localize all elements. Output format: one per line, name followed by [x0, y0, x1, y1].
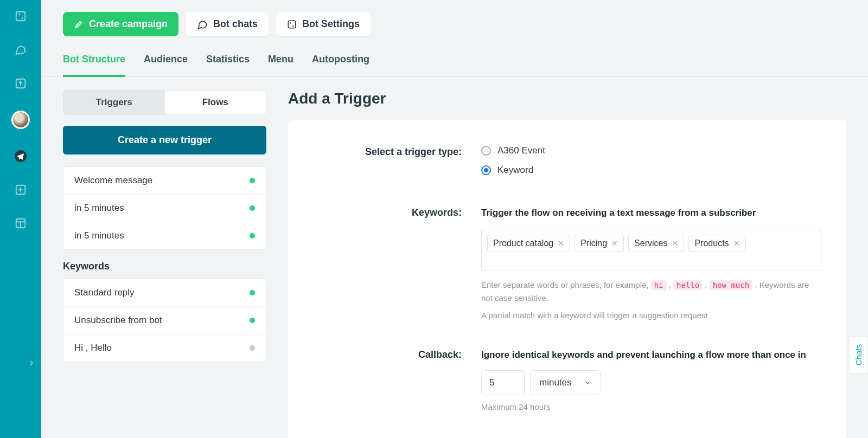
keywords-input[interactable]: Product catalog✕ Pricing✕ Services✕ Prod…	[481, 229, 821, 271]
subtab-triggers[interactable]: Triggers	[63, 91, 165, 114]
keywords-description: Trigger the flow on receiving a text mes…	[481, 206, 821, 220]
chat-bubble-icon	[197, 19, 208, 30]
trigger-item[interactable]: Standard reply	[63, 279, 266, 306]
radio-icon	[481, 146, 491, 156]
main: Create campaign Bot chats Bot Settings B…	[41, 0, 868, 438]
tab-statistics[interactable]: Statistics	[206, 48, 250, 76]
trigger-item[interactable]: in 5 minutes	[63, 194, 266, 222]
select-value: minutes	[539, 377, 572, 388]
keyword-tag: Product catalog✕	[487, 235, 570, 252]
radio-icon	[481, 165, 491, 175]
create-campaign-button[interactable]: Create campaign	[63, 12, 178, 36]
create-trigger-button[interactable]: Create a new trigger	[63, 126, 266, 154]
bot-chats-button[interactable]: Bot chats	[186, 12, 269, 36]
status-dot	[250, 318, 255, 323]
tag-text: Pricing	[580, 239, 607, 248]
remove-tag-icon[interactable]: ✕	[611, 239, 618, 248]
chat-icon[interactable]	[14, 43, 27, 56]
settings-icon	[287, 20, 297, 29]
group-title-keywords: Keywords	[63, 261, 266, 272]
trigger-item[interactable]: in 5 minutes	[63, 222, 266, 249]
status-dot	[250, 205, 255, 211]
keyword-tag: Services✕	[628, 235, 684, 252]
trigger-item-label: Welcome message	[74, 175, 152, 186]
callback-label: Callback:	[313, 348, 481, 360]
callback-value-input[interactable]	[481, 370, 525, 395]
upload-icon[interactable]	[14, 77, 27, 90]
panel-title: Add a Trigger	[288, 90, 846, 107]
left-rail	[0, 0, 41, 438]
layout-icon[interactable]	[14, 217, 27, 230]
tab-audience[interactable]: Audience	[144, 48, 188, 76]
card: Select a trigger type: A360 Event Keywor…	[288, 120, 846, 438]
bot-settings-label: Bot Settings	[302, 18, 360, 30]
sidepanel: Triggers Flows Create a new trigger Welc…	[63, 90, 266, 438]
status-dot	[250, 345, 255, 351]
trigger-item-label: Unsubscribe from bot	[74, 315, 162, 326]
callback-unit-select[interactable]: minutes	[530, 370, 601, 395]
remove-tag-icon[interactable]: ✕	[672, 239, 678, 248]
sliders-icon[interactable]	[14, 10, 27, 23]
trigger-list-1: Welcome message in 5 minutes in 5 minute…	[63, 166, 266, 250]
callback-max-help: Maximum 24 hours	[481, 401, 821, 414]
trigger-item-label: Hi , Hello	[74, 343, 112, 353]
chats-widget-tab[interactable]: Chats	[849, 336, 868, 373]
radio-a360-event[interactable]: A360 Event	[481, 145, 821, 156]
trigger-item[interactable]: Unsubscribe from bot	[63, 306, 266, 334]
chevron-down-icon	[584, 379, 591, 387]
trigger-item[interactable]: Hi , Hello	[63, 334, 266, 362]
bot-settings-button[interactable]: Bot Settings	[276, 12, 371, 36]
tab-menu[interactable]: Menu	[268, 48, 293, 76]
bot-chats-label: Bot chats	[213, 18, 258, 30]
create-campaign-label: Create campaign	[89, 18, 168, 30]
content: Triggers Flows Create a new trigger Welc…	[41, 77, 868, 438]
trigger-item-label: in 5 minutes	[74, 230, 124, 241]
tag-text: Product catalog	[493, 239, 553, 248]
topbar: Create campaign Bot chats Bot Settings	[41, 0, 868, 36]
remove-tag-icon[interactable]: ✕	[558, 239, 564, 248]
telegram-icon[interactable]	[14, 150, 27, 163]
tab-bot-structure[interactable]: Bot Structure	[63, 48, 125, 77]
edit-icon	[74, 20, 84, 29]
keywords-help-1: Enter separate words or phrases, for exa…	[481, 279, 821, 305]
status-dot	[250, 290, 255, 295]
radio-label: Keyword	[497, 165, 533, 176]
keyword-tag: Products✕	[688, 235, 745, 252]
trigger-item-label: in 5 minutes	[74, 203, 124, 214]
keywords-label: Keywords:	[313, 206, 481, 218]
trigger-item[interactable]: Welcome message	[63, 167, 266, 194]
radio-label: A360 Event	[497, 145, 545, 156]
subtabs: Triggers Flows	[63, 90, 266, 115]
callback-description: Ignore identical keywords and prevent la…	[481, 348, 821, 362]
status-dot	[250, 178, 255, 183]
status-dot	[250, 233, 255, 239]
svg-rect-11	[288, 21, 296, 28]
trigger-type-label: Select a trigger type:	[313, 145, 481, 158]
radio-keyword[interactable]: Keyword	[481, 165, 821, 176]
add-box-icon[interactable]	[14, 183, 27, 196]
subtab-flows[interactable]: Flows	[165, 91, 266, 114]
panel: Add a Trigger Select a trigger type: A36…	[288, 90, 846, 438]
chevron-right-icon[interactable]	[27, 359, 36, 368]
keywords-help-2: A partial match with a keyword will trig…	[481, 309, 821, 322]
tab-autoposting[interactable]: Autoposting	[312, 48, 369, 76]
trigger-list-2: Standard reply Unsubscribe from bot Hi ,…	[63, 279, 266, 362]
main-tabs: Bot Structure Audience Statistics Menu A…	[41, 36, 868, 77]
tag-text: Services	[634, 239, 667, 248]
remove-tag-icon[interactable]: ✕	[733, 239, 740, 248]
svg-rect-0	[16, 12, 25, 21]
keyword-tag: Pricing✕	[575, 235, 624, 252]
trigger-item-label: Standard reply	[74, 287, 135, 298]
avatar[interactable]	[11, 111, 30, 129]
tag-text: Products	[694, 239, 729, 248]
